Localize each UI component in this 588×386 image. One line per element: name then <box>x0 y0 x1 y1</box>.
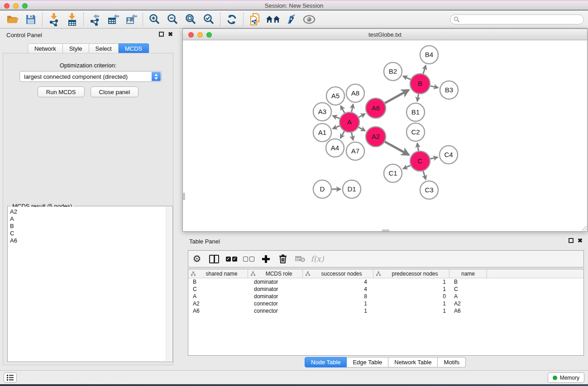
zoom-selected-icon[interactable] <box>200 12 218 27</box>
tab-network[interactable]: Network <box>28 43 63 53</box>
edge-C-C3[interactable] <box>423 171 426 179</box>
graph-node-A1[interactable]: A1 <box>313 124 331 142</box>
graph-node-B3[interactable]: B3 <box>440 81 458 99</box>
edge-A-A5[interactable] <box>341 106 344 113</box>
graph-node-C3[interactable]: C3 <box>420 181 438 199</box>
column-header-successor-nodes[interactable]: successor nodes <box>303 269 373 278</box>
edge-A2-C[interactable] <box>385 142 409 155</box>
graph-node-A2[interactable]: A2 <box>366 127 386 147</box>
result-item[interactable]: A <box>10 215 165 223</box>
graph-node-C2[interactable]: C2 <box>406 123 425 141</box>
graph-node-B2[interactable]: B2 <box>384 62 402 81</box>
export-table-icon[interactable] <box>104 12 122 27</box>
refresh-icon[interactable] <box>223 12 241 27</box>
tab-mcds[interactable]: MCDS <box>119 43 149 53</box>
graph-node-D1[interactable]: D1 <box>343 180 361 198</box>
graph-node-D[interactable]: D <box>313 180 331 198</box>
graph-node-B1[interactable]: B1 <box>406 103 425 121</box>
column-header-shared-name[interactable]: shared name <box>188 269 248 278</box>
home-layouts-icon[interactable] <box>264 12 282 27</box>
edge-B-B2[interactable] <box>403 76 411 79</box>
close-table-panel-icon[interactable]: ✖ <box>578 238 583 243</box>
edge-C-C2[interactable] <box>417 143 419 151</box>
table-row[interactable]: A6connector11A6 <box>188 307 583 315</box>
delete-columns-icon[interactable] <box>274 251 292 267</box>
graph-node-A6[interactable]: A6 <box>366 98 386 118</box>
edge-A-A8[interactable] <box>352 105 353 112</box>
graph-node-A4[interactable]: A4 <box>326 139 344 157</box>
memory-button[interactable]: Memory <box>548 372 584 383</box>
split-columns-icon[interactable] <box>206 251 223 267</box>
tab-node-table[interactable]: Node Table <box>305 357 347 367</box>
optimization-criterion-select[interactable]: largest connected component (directed) <box>19 71 162 82</box>
graph-node-B[interactable]: B <box>410 74 430 94</box>
export-network-icon[interactable] <box>86 12 104 27</box>
close-panel-icon[interactable]: ✖ <box>168 32 173 37</box>
zoom-fit-icon[interactable] <box>182 12 200 27</box>
tab-motifs[interactable]: Motifs <box>438 357 466 367</box>
table-row[interactable]: Bdominator41B <box>188 278 583 286</box>
result-scrollbar[interactable] <box>166 207 172 361</box>
graph-node-A5[interactable]: A5 <box>326 87 344 105</box>
edge-A-A2[interactable] <box>359 127 365 131</box>
result-item[interactable]: C <box>10 230 165 237</box>
graph-node-C4[interactable]: C4 <box>440 146 458 164</box>
open-file-icon[interactable] <box>4 12 22 27</box>
zoom-in-icon[interactable] <box>145 12 163 27</box>
edge-C-C1[interactable] <box>403 165 411 168</box>
close-panel-button[interactable]: Close panel <box>91 86 139 97</box>
table-row[interactable]: Cdominator41C <box>188 286 583 293</box>
canvas-horizontal-scroll-handle[interactable] <box>382 229 389 231</box>
edge-B-B3[interactable] <box>430 86 438 88</box>
export-image-icon[interactable] <box>122 12 140 27</box>
edge-A-A7[interactable] <box>352 133 353 140</box>
node-table[interactable]: shared nameMCDS rolesuccessor nodesprede… <box>188 269 584 356</box>
column-header-MCDS-role[interactable]: MCDS role <box>248 269 303 278</box>
edge-A6-B[interactable] <box>385 90 409 103</box>
network-window-titlebar[interactable]: testGlobe.txt <box>183 29 587 40</box>
graph-node-A8[interactable]: A8 <box>346 84 364 102</box>
tab-edge-table[interactable]: Edge Table <box>347 357 388 367</box>
task-history-button[interactable] <box>4 372 17 383</box>
tab-network-table[interactable]: Network Table <box>388 357 438 367</box>
network-canvas[interactable]: AA1A3A5A8A4A7A6A2BB1B2B3B4CC1C2C3C4DD1 <box>183 40 587 231</box>
result-item[interactable]: B <box>10 223 165 230</box>
graph-node-A[interactable]: A <box>339 112 359 132</box>
clone-network-icon[interactable] <box>246 12 264 27</box>
graph-node-A3[interactable]: A3 <box>313 103 331 121</box>
column-header-predecessor-nodes[interactable]: predecessor nodes <box>373 269 449 278</box>
edge-B-B4[interactable] <box>423 66 426 74</box>
edge-A-A4[interactable] <box>340 131 344 138</box>
add-column-icon[interactable] <box>257 251 274 267</box>
graph-node-C[interactable]: C <box>410 151 430 171</box>
float-table-panel-icon[interactable] <box>569 238 574 243</box>
run-mcds-button[interactable]: Run MCDS <box>38 86 85 97</box>
tab-select[interactable]: Select <box>89 43 119 53</box>
graph-node-A7[interactable]: A7 <box>346 142 364 160</box>
import-table-icon[interactable] <box>63 12 81 27</box>
birdseye-view-icon[interactable] <box>300 12 318 27</box>
float-panel-icon[interactable] <box>159 32 164 37</box>
hide-annotations-icon[interactable] <box>282 12 300 27</box>
edge-C-C4[interactable] <box>430 157 438 159</box>
canvas-vertical-scroll-handle[interactable] <box>183 193 185 200</box>
zoom-out-icon[interactable] <box>163 12 182 27</box>
graph-node-B4[interactable]: B4 <box>420 46 438 64</box>
result-item[interactable]: A6 <box>10 237 165 244</box>
edge-A-A1[interactable] <box>333 126 339 129</box>
column-header-name[interactable]: name <box>449 269 487 278</box>
tab-style[interactable]: Style <box>63 43 89 53</box>
table-row[interactable]: Adominator80A <box>188 293 583 300</box>
hide-columns-icon[interactable] <box>240 251 257 267</box>
table-settings-icon[interactable]: ⚙ <box>188 251 206 267</box>
edge-A-A3[interactable] <box>333 116 339 119</box>
table-row[interactable]: A2connector11A2 <box>188 300 583 307</box>
show-columns-icon[interactable]: ✓✓ <box>223 251 240 267</box>
import-network-icon[interactable] <box>45 12 63 27</box>
result-item[interactable]: A2 <box>10 208 165 215</box>
graph-node-C1[interactable]: C1 <box>384 164 402 182</box>
edge-B-B1[interactable] <box>417 94 419 101</box>
search-input[interactable] <box>450 14 584 24</box>
edge-A-A6[interactable] <box>359 114 365 118</box>
save-session-icon[interactable] <box>22 12 40 27</box>
